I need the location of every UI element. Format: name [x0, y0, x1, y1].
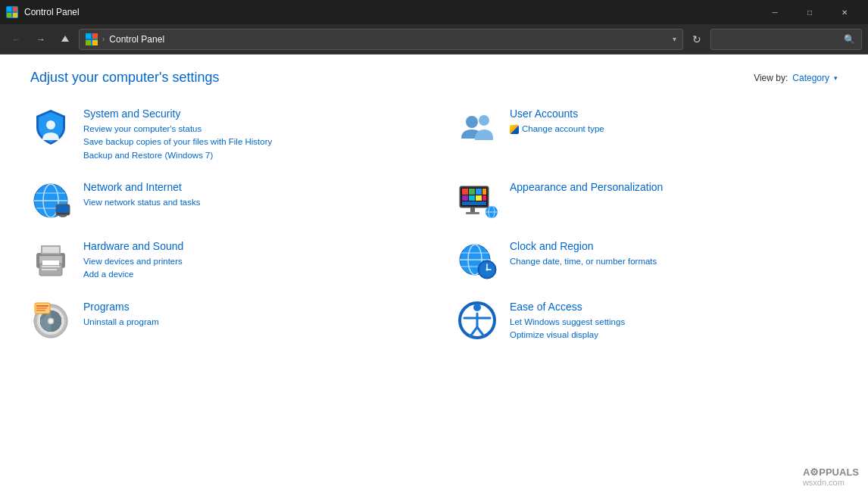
uac-shield-icon — [510, 125, 519, 134]
network-internet-icon — [30, 180, 71, 221]
category-network-internet: Network and Internet View network status… — [30, 180, 411, 221]
network-internet-title[interactable]: Network and Internet — [83, 180, 411, 194]
system-security-link-1[interactable]: Review your computer's status — [83, 123, 411, 136]
category-appearance: Appearance and Personalization — [457, 180, 838, 221]
minimize-button[interactable]: ─ — [757, 0, 792, 24]
window-controls: ─ □ ✕ — [757, 0, 862, 24]
window-title: Control Panel — [24, 7, 757, 17]
svg-rect-39 — [42, 247, 59, 253]
close-button[interactable]: ✕ — [827, 0, 862, 24]
search-bar[interactable]: 🔍 — [710, 29, 862, 50]
user-accounts-link-change-type[interactable]: Change account type — [510, 123, 838, 136]
address-separator: › — [102, 35, 105, 43]
svg-point-8 — [46, 120, 55, 129]
navigation-bar: ← → › Control Panel ▾ ↻ 🔍 — [0, 24, 868, 55]
svg-rect-6 — [86, 40, 91, 45]
up-button[interactable] — [55, 29, 76, 50]
watermark-logo: A⚙PPUALS — [803, 466, 859, 478]
svg-point-59 — [49, 320, 52, 323]
address-text: Control Panel — [109, 34, 164, 45]
hardware-sound-title[interactable]: Hardware and Sound — [83, 239, 411, 253]
system-security-link-2[interactable]: Save backup copies of your files with Fi… — [83, 136, 411, 148]
svg-rect-7 — [92, 40, 98, 45]
ease-of-access-link-2[interactable]: Optimize visual display — [510, 329, 838, 342]
category-programs: Programs Uninstall a program — [30, 300, 411, 342]
svg-point-10 — [479, 115, 489, 126]
clock-region-icon — [457, 239, 498, 280]
app-icon — [6, 6, 18, 18]
category-hardware-sound: Hardware and Sound View devices and prin… — [30, 239, 411, 282]
view-by-control: View by: Category ▾ — [754, 73, 838, 83]
ease-of-access-link-1[interactable]: Let Windows suggest settings — [510, 316, 838, 329]
svg-rect-42 — [42, 269, 57, 270]
clock-region-text: Clock and Region Change date, time, or n… — [510, 239, 838, 268]
category-clock-region: Clock and Region Change date, time, or n… — [457, 239, 838, 282]
system-security-link-3[interactable]: Backup and Restore (Windows 7) — [83, 149, 411, 162]
ease-of-access-icon — [457, 300, 498, 341]
svg-point-9 — [466, 116, 478, 128]
svg-rect-1 — [13, 7, 17, 11]
svg-rect-43 — [42, 260, 59, 265]
back-button[interactable]: ← — [6, 29, 27, 50]
user-accounts-text: User Accounts Change account type — [510, 107, 838, 136]
clock-region-link-1[interactable]: Change date, time, or number formats — [510, 255, 838, 268]
refresh-button[interactable]: ↻ — [686, 29, 707, 50]
hardware-sound-link-2[interactable]: Add a device — [83, 268, 411, 281]
view-by-label: View by: — [754, 73, 788, 83]
system-security-title[interactable]: System and Security — [83, 107, 411, 120]
hardware-sound-icon — [30, 239, 71, 280]
main-content: Adjust your computer's settings View by:… — [0, 55, 868, 496]
titlebar: Control Panel ─ □ ✕ — [0, 0, 868, 24]
forward-button[interactable]: → — [30, 29, 52, 50]
maximize-button[interactable]: □ — [792, 0, 827, 24]
clock-region-title[interactable]: Clock and Region — [510, 239, 838, 253]
hardware-sound-link-1[interactable]: View devices and printers — [83, 255, 411, 268]
programs-title[interactable]: Programs — [83, 300, 411, 314]
svg-rect-31 — [470, 207, 475, 212]
categories-grid: System and Security Review your computer… — [30, 107, 838, 360]
category-ease-of-access: Ease of Access Let Windows suggest setti… — [457, 300, 838, 342]
view-by-dropdown[interactable]: Category — [792, 73, 829, 83]
address-icon — [86, 33, 98, 45]
view-by-arrow-icon: ▾ — [834, 74, 838, 82]
svg-rect-32 — [466, 212, 479, 214]
user-accounts-icon — [457, 107, 498, 148]
svg-rect-24 — [476, 189, 482, 195]
ease-of-access-title[interactable]: Ease of Access — [510, 300, 838, 314]
svg-rect-22 — [462, 189, 468, 195]
appearance-icon — [457, 180, 498, 221]
svg-rect-2 — [7, 13, 11, 17]
hardware-sound-text: Hardware and Sound View devices and prin… — [83, 239, 411, 282]
category-system-security: System and Security Review your computer… — [30, 107, 411, 162]
svg-rect-5 — [92, 33, 98, 39]
appearance-text: Appearance and Personalization — [510, 180, 838, 196]
svg-line-69 — [477, 327, 484, 336]
page-header: Adjust your computer's settings View by:… — [30, 70, 838, 86]
svg-rect-19 — [59, 215, 67, 217]
address-bar[interactable]: › Control Panel ▾ — [79, 29, 683, 50]
svg-rect-29 — [482, 195, 486, 201]
programs-link-1[interactable]: Uninstall a program — [83, 316, 411, 329]
address-dropdown-button[interactable]: ▾ — [673, 35, 676, 43]
network-internet-link-1[interactable]: View network status and tasks — [83, 196, 411, 209]
programs-text: Programs Uninstall a program — [83, 300, 411, 329]
svg-rect-25 — [482, 189, 486, 195]
svg-rect-0 — [7, 7, 11, 11]
svg-rect-4 — [86, 33, 91, 39]
user-accounts-title[interactable]: User Accounts — [510, 107, 838, 120]
svg-rect-27 — [469, 195, 475, 201]
watermark: A⚙PPUALS wsxdn.com — [803, 466, 859, 487]
category-user-accounts: User Accounts Change account type — [457, 107, 838, 162]
svg-rect-30 — [462, 201, 486, 205]
appearance-title[interactable]: Appearance and Personalization — [510, 180, 838, 194]
svg-rect-28 — [476, 195, 482, 201]
svg-rect-23 — [469, 189, 475, 195]
system-security-text: System and Security Review your computer… — [83, 107, 411, 162]
svg-line-68 — [470, 327, 477, 336]
svg-rect-26 — [462, 195, 468, 201]
svg-rect-41 — [42, 266, 60, 267]
network-internet-text: Network and Internet View network status… — [83, 180, 411, 209]
svg-point-65 — [473, 304, 481, 311]
system-security-icon — [30, 107, 71, 148]
ease-of-access-text: Ease of Access Let Windows suggest setti… — [510, 300, 838, 342]
